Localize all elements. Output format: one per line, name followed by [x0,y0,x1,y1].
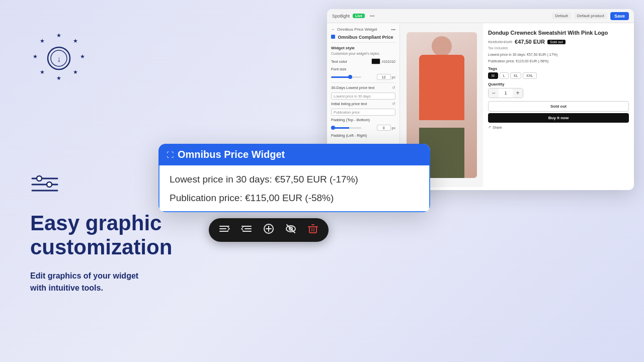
svg-text:★: ★ [73,69,78,75]
padding-tb-label: Padding (Top - Bottom) [331,118,370,122]
quantity-control: − 1 + [488,88,523,98]
default-label: Default [552,13,571,19]
default-product-label: Default product [574,13,607,19]
product-prices: €115,00 EUR €47,50 EUR Sold out [488,39,629,45]
panel-widget-name: Omnibus Compliant Price [331,35,395,40]
svg-text:★: ★ [80,53,85,59]
svg-text:★: ★ [33,53,38,59]
color-swatch[interactable] [371,58,380,64]
svg-rect-28 [309,227,316,233]
padding-tb-slider[interactable] [331,127,361,129]
padding-lr-label: Padding (Left - Right) [331,133,367,138]
share-link[interactable]: ↗ Share [488,125,629,129]
padding-lr-row: Padding (Left - Right) [331,133,395,138]
person-body [419,55,464,120]
product-info: Dondup Crewneck Sweatshirt With Pink Log… [483,23,634,187]
quantity-label: Quantity [488,82,629,86]
font-size-label: Font size [331,67,346,71]
widget-body: Lowest price in 30 days: €57,50 EUR (-17… [158,165,430,212]
spotlight-label: Spotlight [332,14,350,19]
lowest-price-row: 30-Days Lowest price text ↺ [331,85,395,90]
live-badge: Live [353,14,365,18]
initial-listing-input[interactable]: Publication price: [331,109,395,116]
sold-out-badge: Sold out [547,40,566,44]
product-title: Dondup Crewneck Sweatshirt With Pink Log… [488,29,629,36]
font-size-input[interactable]: 12 [377,74,391,80]
initial-listing-label: Initial listing price text [331,102,367,106]
svg-text:↓: ↓ [57,55,61,63]
svg-text:★: ★ [73,38,78,44]
widget-header: ⛶ Omnibus Price Widget [158,144,430,165]
widget-resize-icon: ⛶ [167,151,174,159]
person-head [432,36,452,56]
svg-point-12 [37,176,42,181]
buy-now-button[interactable]: Buy it now [488,113,629,123]
font-size-slider-row: 12 px [331,74,395,80]
initial-listing-row: Initial listing price text ↺ [331,102,395,106]
breadcrumb: ← Omnibus Price Widget ••• [331,27,395,32]
widget-toolbar [209,218,329,242]
filter-icon [30,173,59,196]
reset-icon[interactable]: ↺ [392,85,395,90]
svg-text:★: ★ [40,38,45,44]
tag-xxl[interactable]: XXL [523,72,536,79]
padding-value[interactable]: 0 [377,125,391,131]
toolbar-add-icon[interactable] [263,223,274,237]
share-icon: ↗ [488,125,491,129]
tax-info: Tax included. [488,46,629,50]
padding-tb-control: 0 px [331,125,395,131]
svg-text:★: ★ [56,32,61,38]
toolbar-disable-icon[interactable] [285,223,296,237]
save-button[interactable]: Save [610,12,629,20]
price-new: €47,50 EUR [515,39,545,45]
widget-title: Omnibus Price Widget [178,149,285,160]
sold-out-button[interactable]: Sold out [488,101,629,112]
spotlight-bar: Spotlight Live ••• Default Default produ… [327,9,634,23]
lowest-price-input[interactable]: Lowest price in 30 days: [331,93,395,100]
tag-xl[interactable]: XL [510,72,522,79]
reset-icon2[interactable]: ↺ [392,102,395,106]
qty-value: 1 [499,90,513,96]
left-section: ★ ★ ★ ★ ★ ★ ★ ★ ↓ [30,30,242,87]
widget-line2: Publication price: €115,00 EUR (-58%) [170,192,419,205]
lowest-price-label: 30-Days Lowest price text [331,85,374,90]
toolbar-align-right-icon[interactable] [241,223,252,237]
qty-plus[interactable]: + [513,88,523,98]
toolbar-delete-icon[interactable] [307,223,318,237]
share-label: Share [493,126,502,129]
heading-subtext: Edit graphics of your widgetwith intuiti… [30,270,221,294]
text-color-label: Text color [331,59,347,64]
filter-icon-area [30,173,59,198]
padding-unit: px [392,126,395,130]
tag-m[interactable]: M [488,72,498,79]
svg-text:★: ★ [56,75,61,81]
svg-point-14 [47,182,52,187]
font-size-unit: px [392,75,395,79]
more-options[interactable]: ••• [391,27,395,32]
eu-stars-logo: ★ ★ ★ ★ ★ ★ ★ ★ ↓ [30,30,91,85]
widget-overlay: ⛶ Omnibus Price Widget Lowest price in 3… [158,144,430,212]
price-old: €115,00 EUR [488,40,512,44]
main-heading: Easy graphic customization Edit graphics… [30,211,221,294]
toolbar-align-left-icon[interactable] [219,223,230,237]
svg-text:★: ★ [40,69,45,75]
font-size-row: Font size [331,67,395,71]
tag-buttons: M L XL XXL [488,72,629,79]
heading-title: Easy graphic customization [30,211,221,260]
omnibus-publication: Publication price: €115,00 EUR (-58%) [488,59,629,64]
widget-style-title: Widget style [331,46,395,50]
text-color-row: Text color #101010 [331,58,395,64]
product-panel: Dondup Crewneck Sweatshirt With Pink Log… [400,23,634,187]
tags-label: Tags [488,66,629,71]
qty-minus[interactable]: − [489,88,499,98]
color-value: #101010 [382,60,395,63]
breadcrumb-label: Omnibus Price Widget [337,27,377,32]
font-size-slider[interactable] [331,76,361,78]
omnibus-lowest: Lowest price in 30 days: €57,50 EUR (-17… [488,52,629,58]
more-dots: ••• [370,14,374,19]
padding-tb-row: Padding (Top - Bottom) [331,118,395,122]
widget-style-sub: Customize your widget's styles. [331,52,395,55]
tag-l[interactable]: L [500,72,509,79]
widget-line1: Lowest price in 30 days: €57,50 EUR (-17… [170,173,419,186]
